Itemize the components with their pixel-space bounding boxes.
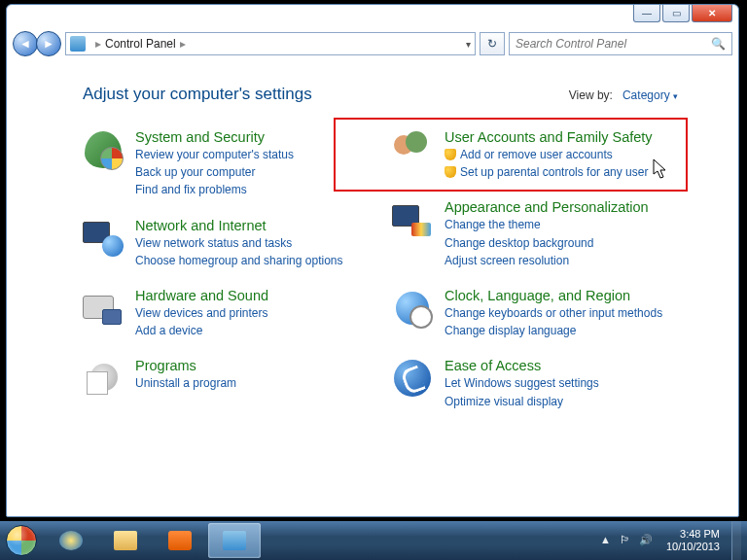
show-desktop-button[interactable] [731,521,741,560]
category-link[interactable]: View devices and printers [135,305,268,321]
sec-icon [83,129,124,170]
taskbar: ▲🏳🔊 3:48 PM 10/10/2013 [0,521,747,560]
search-icon: 🔍 [711,37,726,51]
wmp-icon [168,531,192,550]
category-sec: System and SecurityReview your computer'… [83,129,369,198]
nav-row: ◄ ► ▸ Control Panel ▸ ▾ ↻ 🔍 [13,28,732,59]
taskbar-button-cp[interactable] [208,523,261,558]
category-net: Network and InternetView network status … [83,218,369,268]
tray-icon[interactable]: 🏳 [620,534,633,547]
tray-icon[interactable]: ▲ [600,534,614,547]
category-link[interactable]: Let Windows suggest settings [445,375,599,391]
start-button[interactable] [0,521,43,560]
address-bar[interactable]: ▸ Control Panel ▸ ▾ [65,32,476,55]
shield-icon [445,149,456,160]
category-title[interactable]: Clock, Language, and Region [445,288,662,303]
clock-date: 10/10/2013 [666,541,720,553]
category-link[interactable]: Add or remove user accounts [445,147,653,162]
right-column: User Accounts and Family SafetyAdd or re… [392,129,678,409]
view-by-label: View by: [569,88,613,102]
chevron-down-icon: ▾ [673,91,678,101]
category-clk: Clock, Language, and RegionChange keyboa… [392,288,678,338]
category-title[interactable]: Ease of Access [445,358,599,373]
breadcrumb-item[interactable]: Control Panel [105,37,176,51]
breadcrumb-sep: ▸ [180,37,186,51]
left-column: System and SecurityReview your computer'… [83,129,369,409]
eoa-icon [392,358,433,399]
minimize-button[interactable]: — [633,5,660,22]
close-button[interactable]: ✕ [692,5,732,22]
category-link[interactable]: Change desktop background [445,235,649,251]
refresh-button[interactable]: ↻ [480,32,505,55]
taskbar-button-wmp[interactable] [154,523,206,558]
page-heading: Adjust your computer's settings [83,85,312,104]
taskbar-button-ie[interactable] [45,523,97,558]
content-area: Adjust your computer's settings View by:… [13,65,732,510]
category-link[interactable]: Choose homegroup and sharing options [135,253,342,268]
control-panel-icon [70,36,86,52]
appr-icon [392,199,433,240]
category-link[interactable]: Uninstall a program [135,375,236,391]
net-icon [83,218,124,259]
category-title[interactable]: Network and Internet [135,218,342,233]
category-prog: ProgramsUninstall a program [83,358,369,399]
category-link[interactable]: Change keyboards or other input methods [445,305,662,321]
prog-icon [83,358,124,399]
category-appr: Appearance and PersonalizationChange the… [392,199,678,268]
category-title[interactable]: System and Security [135,129,294,145]
category-link[interactable]: View network status and tasks [135,235,342,251]
exp-icon [114,531,137,550]
search-input[interactable] [516,37,711,51]
clock-time: 3:48 PM [666,528,720,541]
category-link[interactable]: Find and fix problems [135,182,294,197]
view-by[interactable]: View by: Category ▾ [569,88,678,102]
back-button[interactable]: ◄ [13,31,38,56]
window: — ▭ ✕ ◄ ► ▸ Control Panel ▸ ▾ ↻ 🔍 Adjust… [6,4,739,517]
clk-icon [392,288,433,329]
start-orb-icon [6,525,37,556]
category-hw: Hardware and SoundView devices and print… [83,288,369,338]
titlebar-buttons: — ▭ ✕ [633,5,732,22]
system-tray: ▲🏳🔊 3:48 PM 10/10/2013 [600,521,747,560]
category-link[interactable]: Back up your computer [135,164,294,180]
category-title[interactable]: User Accounts and Family Safety [445,129,653,145]
forward-button[interactable]: ► [36,31,61,56]
search-box[interactable]: 🔍 [509,32,732,55]
user-icon [392,129,433,170]
taskbar-button-exp[interactable] [99,523,152,558]
breadcrumb-sep: ▸ [95,37,101,51]
category-link[interactable]: Change the theme [445,217,649,232]
category-link[interactable]: Adjust screen resolution [445,253,649,268]
category-eoa: Ease of AccessLet Windows suggest settin… [392,358,678,408]
shield-icon [445,166,456,178]
ie-icon [59,531,83,550]
category-link[interactable]: Add a device [135,323,268,338]
category-title[interactable]: Appearance and Personalization [445,199,649,215]
category-link[interactable]: Change display language [445,323,662,338]
cp-icon [223,531,246,550]
category-user: User Accounts and Family SafetyAdd or re… [392,129,678,180]
nav-buttons: ◄ ► [13,31,61,56]
category-title[interactable]: Hardware and Sound [135,288,268,303]
view-by-value: Category [622,88,670,102]
category-link[interactable]: Review your computer's status [135,147,294,162]
hw-icon [83,288,124,329]
clock[interactable]: 3:48 PM 10/10/2013 [666,528,724,552]
category-link[interactable]: Set up parental controls for any user [445,164,653,180]
address-dropdown-icon[interactable]: ▾ [466,39,471,50]
category-title[interactable]: Programs [135,358,236,373]
category-link[interactable]: Optimize visual display [445,394,599,409]
maximize-button[interactable]: ▭ [662,5,690,22]
tray-icon[interactable]: 🔊 [639,534,653,547]
